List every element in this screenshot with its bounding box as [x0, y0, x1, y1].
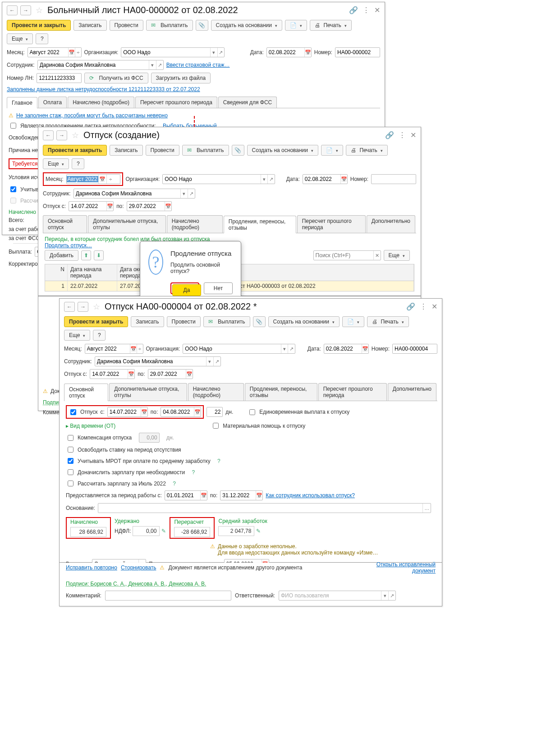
signatures-link[interactable]: Подписи: Борисов С. А., Денисова А. В., …	[66, 581, 206, 587]
comp-checkbox[interactable]	[68, 435, 73, 441]
continuation-checkbox[interactable]	[10, 123, 16, 129]
pay-button[interactable]: ✉ Выплатить	[182, 145, 229, 156]
print-button[interactable]: 🖨 Печать	[367, 316, 409, 327]
save-button[interactable]: Записать	[73, 20, 106, 31]
tab-recalc[interactable]: Пересчет прошлого периода	[318, 383, 387, 401]
help-button[interactable]: ?	[72, 158, 84, 169]
post-button[interactable]: Провести	[110, 20, 143, 31]
favorite-icon[interactable]: ☆	[93, 302, 100, 312]
menu-icon[interactable]: ⋮	[363, 6, 370, 14]
save-button[interactable]: Записать	[110, 145, 142, 156]
attach-button[interactable]: 📎	[232, 145, 244, 156]
ext-button[interactable]: 📄	[342, 316, 364, 327]
basis-input[interactable]	[98, 505, 423, 511]
link-icon[interactable]: 🔗	[349, 6, 358, 14]
month-input[interactable]: Август 2022	[67, 176, 98, 182]
more-button[interactable]: Еще	[64, 330, 90, 341]
menu-icon[interactable]: ⋮	[399, 131, 406, 139]
attach-button[interactable]: 📎	[253, 316, 266, 327]
post-button[interactable]: Провести	[167, 316, 201, 327]
help-icon[interactable]: ?	[217, 458, 220, 464]
vac-to-detail-input[interactable]	[161, 409, 194, 415]
extend-link[interactable]: Продлить отпуск…	[45, 242, 92, 249]
close-icon[interactable]: ✕	[374, 6, 380, 14]
ext-button[interactable]: 📄	[321, 145, 343, 156]
vacation-checkbox[interactable]	[70, 409, 76, 415]
days-input[interactable]	[207, 409, 222, 415]
date-input[interactable]	[267, 49, 304, 55]
create-based-button[interactable]: Создать на основании	[211, 20, 283, 31]
link-icon[interactable]: 🔗	[406, 302, 415, 311]
employee-input[interactable]	[95, 358, 206, 365]
fix-again-link[interactable]: Исправить повторно	[66, 564, 117, 571]
create-based-button[interactable]: Создать на основании	[247, 145, 319, 156]
number-input[interactable]	[393, 346, 437, 352]
vac-from-detail-input[interactable]	[108, 409, 141, 415]
storno-link[interactable]: Сторнировать	[121, 564, 156, 571]
search-input[interactable]	[314, 252, 373, 259]
insurance-link[interactable]: Ввести страховой стаж…	[166, 62, 230, 68]
back-button[interactable]: ←	[7, 5, 18, 15]
tab-extensions[interactable]: Продления, переносы, отзывы	[245, 383, 317, 401]
tab-extensions[interactable]: Продления, переносы, отзывы	[224, 216, 296, 233]
tab-recalc[interactable]: Пересчет прошлого периода	[135, 97, 217, 108]
more-button[interactable]: Еще	[384, 250, 410, 261]
calendar-icon[interactable]: 📅	[68, 48, 75, 57]
favorite-icon[interactable]: ☆	[72, 130, 79, 140]
tab-main[interactable]: Главное	[7, 97, 37, 108]
date-input[interactable]	[303, 176, 340, 182]
attach-button[interactable]: 📎	[196, 20, 208, 31]
responsible-input[interactable]	[279, 592, 381, 599]
comment-input[interactable]	[106, 592, 231, 599]
tab-recalc[interactable]: Пересчет прошлого периода	[297, 215, 366, 233]
tab-extra[interactable]: Дополнительные отпуска, отгулы	[88, 215, 165, 233]
recalc-july-checkbox[interactable]	[68, 481, 73, 486]
back-button[interactable]: ←	[64, 302, 75, 312]
favorite-icon[interactable]: ☆	[36, 5, 43, 15]
warn-link[interactable]: Не заполнен стаж, пособия могут быть рас…	[16, 112, 168, 119]
org-input[interactable]	[163, 176, 260, 182]
date-input[interactable]	[324, 346, 362, 352]
period-from-input[interactable]	[165, 492, 200, 499]
tab-accrued[interactable]: Начислено (подробно)	[188, 383, 244, 401]
forward-button[interactable]: →	[78, 302, 88, 312]
month-input[interactable]	[28, 49, 68, 55]
dialog-yes-button[interactable]: Да	[172, 284, 201, 296]
tab-fss[interactable]: Сведения для ФСС	[218, 97, 277, 108]
tab-extra[interactable]: Дополнительные отпуска, отгулы	[109, 383, 187, 401]
edit-icon[interactable]: ✎	[256, 528, 261, 534]
dialog-no-button[interactable]: Нет	[204, 282, 233, 294]
more-button[interactable]: Еще	[7, 33, 33, 44]
org-input[interactable]	[121, 49, 210, 55]
lump-checkbox[interactable]	[249, 409, 255, 415]
number-input[interactable]	[372, 176, 416, 182]
doaccrue-checkbox[interactable]	[68, 469, 73, 475]
number-input[interactable]	[335, 49, 380, 55]
vac-to-input[interactable]	[127, 203, 165, 209]
time-type-expand[interactable]: ▸ Вид времени (ОТ)	[66, 423, 115, 429]
ext-button[interactable]: 📄	[285, 20, 307, 31]
post-close-button[interactable]: Провести и закрыть	[7, 20, 71, 31]
create-based-button[interactable]: Создать на основании	[268, 316, 340, 327]
add-button[interactable]: Добавить	[45, 250, 78, 261]
tab-accrued[interactable]: Начислено (подробно)	[167, 215, 223, 233]
tab-additional[interactable]: Дополнительно	[388, 383, 436, 401]
post-button[interactable]: Провести	[146, 145, 179, 156]
menu-icon[interactable]: ⋮	[420, 302, 427, 311]
back-button[interactable]: ←	[43, 130, 54, 140]
forward-button[interactable]: →	[20, 5, 31, 15]
tab-pay[interactable]: Оплата	[38, 97, 67, 108]
get-fss-button[interactable]: ⟳ Получить из ФСС	[84, 73, 148, 83]
close-icon[interactable]: ✕	[410, 131, 416, 139]
tab-main-vac[interactable]: Основной отпуск	[64, 384, 108, 401]
help-icon[interactable]: ?	[192, 469, 195, 476]
release-rate-checkbox[interactable]	[68, 447, 73, 453]
vac-to-input[interactable]	[148, 371, 186, 377]
help-button[interactable]: ?	[36, 33, 48, 44]
move-down-button[interactable]: ⬇	[94, 250, 104, 260]
print-button[interactable]: 🖨 Печать	[310, 20, 352, 31]
tab-accrued[interactable]: Начислено (подробно)	[68, 97, 134, 108]
help-button[interactable]: ?	[93, 330, 106, 341]
period-to-input[interactable]	[220, 492, 256, 499]
mrot-checkbox[interactable]	[68, 458, 73, 464]
